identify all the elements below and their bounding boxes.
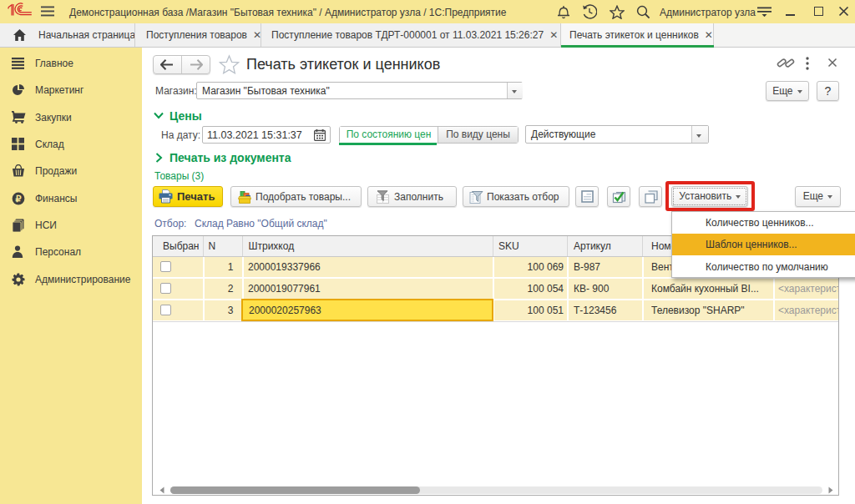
svg-text:₽: ₽ bbox=[16, 194, 22, 204]
